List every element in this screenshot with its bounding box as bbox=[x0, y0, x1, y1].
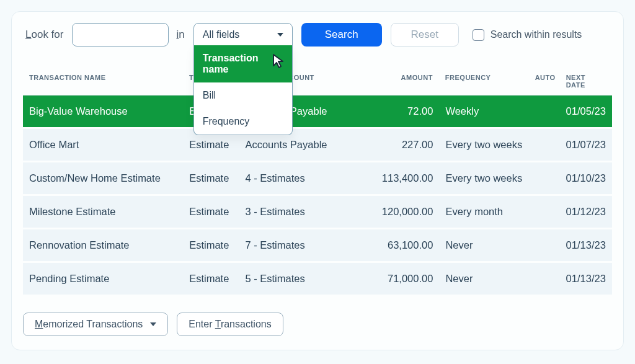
field-select-wrap: All fields Transaction nameBillFrequency bbox=[193, 23, 293, 47]
cell-freq: Never bbox=[439, 263, 529, 295]
cell-auto bbox=[529, 129, 559, 161]
footer-actions: Memorized Transactions Enter Transaction… bbox=[23, 313, 612, 336]
field-select[interactable]: All fields bbox=[193, 23, 293, 47]
field-select-dropdown: Transaction nameBillFrequency bbox=[193, 45, 293, 135]
search-within-checkbox[interactable] bbox=[473, 29, 484, 41]
col-auto[interactable]: AUTO bbox=[529, 69, 560, 95]
dropdown-option[interactable]: Bill bbox=[194, 82, 292, 109]
search-within-wrap: Search within results bbox=[473, 29, 582, 41]
cell-amt: 227.00 bbox=[364, 129, 440, 161]
table-row[interactable]: Big-Value WarehouseEstimateAccounts Paya… bbox=[23, 95, 612, 129]
look-for-input[interactable] bbox=[72, 23, 169, 47]
table-row[interactable]: Pending EstimateEstimate5 - Estimates71,… bbox=[23, 263, 612, 296]
col-next-date[interactable]: NEXT DATE bbox=[560, 69, 612, 95]
table-row[interactable]: Office MartEstimateAccounts Payable227.0… bbox=[23, 129, 612, 162]
cell-freq: Every two weeks bbox=[439, 129, 529, 161]
transactions-table: TRANSACTION NAME TYPE SOURCE ACCOUNT AMO… bbox=[23, 69, 612, 296]
table-body: Big-Value WarehouseEstimateAccounts Paya… bbox=[23, 95, 612, 296]
cell-name: Milestone Estimate bbox=[23, 196, 183, 228]
cell-next: 01/12/23 bbox=[560, 196, 612, 228]
cell-src: 4 - Estimates bbox=[239, 162, 364, 194]
cell-name: Office Mart bbox=[23, 129, 183, 161]
cell-amt: 72.00 bbox=[364, 95, 440, 127]
cell-next: 01/05/23 bbox=[560, 95, 612, 127]
cell-src: 5 - Estimates bbox=[239, 263, 364, 295]
cell-src: 7 - Estimates bbox=[239, 229, 364, 261]
cell-next: 01/13/23 bbox=[560, 229, 612, 261]
chevron-down-icon bbox=[277, 33, 283, 37]
cell-amt: 120,000.00 bbox=[364, 196, 440, 228]
cell-amt: 113,400.00 bbox=[364, 162, 440, 194]
memorized-transactions-button[interactable]: Memorized Transactions bbox=[23, 313, 168, 336]
cell-type: Estimate bbox=[183, 263, 239, 295]
cell-auto bbox=[529, 162, 559, 194]
search-within-label: Search within results bbox=[491, 29, 582, 40]
field-select-value: All fields bbox=[203, 29, 240, 40]
table-row[interactable]: Milestone EstimateEstimate3 - Estimates1… bbox=[23, 196, 612, 229]
col-transaction-name[interactable]: TRANSACTION NAME bbox=[23, 69, 183, 95]
cell-auto bbox=[529, 196, 559, 228]
chevron-down-icon bbox=[150, 322, 156, 326]
search-button[interactable]: Search bbox=[301, 23, 382, 47]
enter-transactions-button[interactable]: Enter Transactions bbox=[177, 313, 283, 336]
col-amount[interactable]: AMOUNT bbox=[363, 69, 438, 95]
dropdown-option[interactable]: Transaction name bbox=[194, 45, 292, 82]
table-row[interactable]: Rennovation EstimateEstimate7 - Estimate… bbox=[23, 229, 612, 263]
cell-name: Custom/New Home Estimate bbox=[23, 162, 183, 194]
col-frequency[interactable]: FREQUENCY bbox=[439, 69, 529, 95]
cell-auto bbox=[529, 263, 559, 295]
cell-name: Pending Estimate bbox=[23, 263, 183, 295]
cell-name: Big-Value Warehouse bbox=[23, 95, 183, 127]
table-header: TRANSACTION NAME TYPE SOURCE ACCOUNT AMO… bbox=[23, 69, 612, 95]
look-for-label: Look for bbox=[25, 29, 63, 41]
cell-auto bbox=[529, 229, 559, 261]
cell-freq: Every two weeks bbox=[439, 162, 529, 194]
dropdown-option[interactable]: Frequency bbox=[194, 109, 292, 135]
cell-src: 3 - Estimates bbox=[239, 196, 364, 228]
memorized-transactions-panel: Look for in All fields Transaction nameB… bbox=[11, 11, 624, 350]
cell-freq: Weekly bbox=[439, 95, 529, 127]
cursor-icon bbox=[272, 53, 286, 71]
reset-button[interactable]: Reset bbox=[391, 23, 459, 47]
cell-freq: Never bbox=[439, 229, 529, 261]
search-bar: Look for in All fields Transaction nameB… bbox=[23, 23, 612, 50]
cell-amt: 71,000.00 bbox=[364, 263, 440, 295]
in-label: in bbox=[176, 29, 184, 41]
cell-amt: 63,100.00 bbox=[364, 229, 440, 261]
cell-next: 01/10/23 bbox=[560, 162, 612, 194]
cell-type: Estimate bbox=[183, 162, 239, 194]
cell-name: Rennovation Estimate bbox=[23, 229, 183, 261]
cell-type: Estimate bbox=[183, 196, 239, 228]
cell-freq: Every month bbox=[439, 196, 529, 228]
table-row[interactable]: Custom/New Home EstimateEstimate4 - Esti… bbox=[23, 162, 612, 196]
cell-next: 01/07/23 bbox=[560, 129, 612, 161]
cell-next: 01/13/23 bbox=[560, 263, 612, 295]
cell-type: Estimate bbox=[183, 229, 239, 261]
cell-auto bbox=[529, 95, 559, 127]
